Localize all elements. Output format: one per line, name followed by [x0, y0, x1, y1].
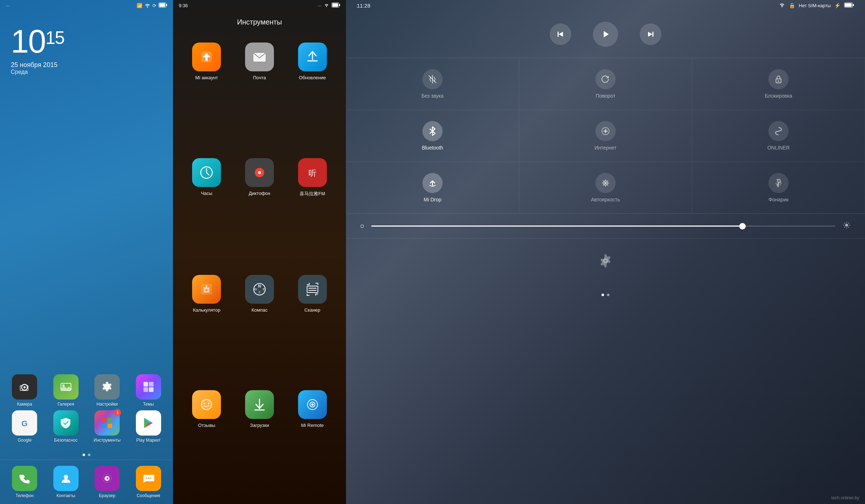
- contacts-label: Контакты: [57, 493, 75, 498]
- calc-icon: [192, 275, 221, 304]
- toggle-autobrightness[interactable]: Автояркость: [519, 162, 692, 214]
- status-bar-2: 9:36 ···: [173, 0, 346, 11]
- app-camera[interactable]: Камера: [6, 374, 44, 407]
- svg-text:W: W: [254, 287, 257, 291]
- status-right: 📶 ⟳: [137, 2, 167, 9]
- svg-point-6: [62, 384, 65, 387]
- tools-icon-bg: 1: [94, 410, 120, 436]
- recorder-icon: [245, 158, 274, 187]
- dot-1: [83, 454, 85, 456]
- app-contacts[interactable]: Контакты: [47, 466, 85, 498]
- drawer-calc[interactable]: Калькулятор: [180, 269, 233, 385]
- wifi-icon: [145, 2, 150, 9]
- drawer-fm[interactable]: 听 喜马拉雅FM: [286, 153, 339, 269]
- app-phone[interactable]: Телефон: [6, 466, 44, 498]
- toggle-rotation[interactable]: Поворот: [519, 58, 692, 110]
- security-label: Безопаснос: [54, 438, 77, 443]
- toggle-silent[interactable]: Без звука: [346, 58, 519, 110]
- drawer-update[interactable]: Обновление: [286, 37, 339, 153]
- app-tools[interactable]: 1 Инструменты: [88, 410, 126, 443]
- clock-section: 1015 25 ноября 2015 Среда: [0, 11, 173, 82]
- drawer-compass[interactable]: N S W E Компас: [233, 269, 286, 385]
- midrop-icon: [422, 173, 443, 193]
- toggle-onliner[interactable]: ONLINER: [692, 110, 865, 162]
- svg-text:E: E: [263, 287, 265, 291]
- toggle-bluetooth[interactable]: Bluetooth: [346, 110, 519, 162]
- onliner-label: ONLINER: [767, 145, 790, 151]
- settings-area: [346, 238, 865, 286]
- media-prev-button[interactable]: [550, 23, 571, 45]
- autobrightness-label: Автояркость: [591, 197, 620, 202]
- media-play-button[interactable]: [593, 22, 618, 47]
- svg-point-30: [258, 171, 261, 174]
- drawer-mail[interactable]: Почта: [233, 37, 286, 153]
- brightness-row: [346, 214, 865, 238]
- app-gallery[interactable]: Галерея: [47, 374, 85, 407]
- rotation-label: Поворот: [596, 93, 616, 99]
- app-playstore[interactable]: Play Маркет: [130, 410, 168, 443]
- svg-rect-7: [143, 382, 148, 387]
- app-security[interactable]: Безопаснос: [47, 410, 85, 443]
- dot-2: [88, 454, 90, 456]
- status3-right: 🔒 Нет SIM-карты ⚡: [779, 3, 854, 9]
- battery-icon-2: [332, 3, 340, 9]
- bluetooth-icon: [422, 121, 443, 141]
- rotation-icon: [595, 69, 616, 89]
- brightness-handle[interactable]: [739, 223, 746, 229]
- signal-dots: ···: [6, 3, 10, 8]
- svg-rect-2: [166, 4, 167, 6]
- app-google[interactable]: G Google: [6, 410, 44, 443]
- svg-text:听: 听: [309, 169, 316, 178]
- svg-point-21: [148, 477, 149, 479]
- svg-rect-55: [603, 130, 608, 132]
- svg-rect-49: [558, 32, 559, 37]
- svg-point-39: [201, 399, 212, 410]
- midrop-label: Mi Drop: [423, 197, 441, 202]
- scanner-label: Сканер: [305, 307, 320, 313]
- svg-rect-47: [845, 3, 852, 7]
- app-settings[interactable]: Настройки: [88, 374, 126, 407]
- toggle-lock[interactable]: Блокировка: [692, 58, 865, 110]
- status2-left: 9:36: [179, 3, 188, 8]
- playstore-icon-bg: [136, 410, 161, 436]
- status-bar-3: 11:28 🔒 Нет SIM-карты ⚡: [346, 0, 865, 11]
- drawer-recorder[interactable]: Диктофон: [233, 153, 286, 269]
- toggle-grid-2: Bluetooth Интернет: [346, 110, 865, 162]
- svg-point-4: [23, 386, 26, 388]
- settings-gear-button[interactable]: [598, 253, 613, 272]
- fm-label: 喜马拉雅FM: [300, 191, 325, 197]
- miaccount-icon: [192, 43, 221, 71]
- drawer-clock[interactable]: Часы: [180, 153, 233, 269]
- svg-rect-1: [159, 3, 165, 7]
- phone-label: Телефон: [15, 493, 34, 498]
- app-themes[interactable]: Темы: [130, 374, 168, 407]
- status2-right: ···: [318, 3, 340, 9]
- wifi-icon-2: [324, 3, 329, 8]
- brightness-slider[interactable]: [371, 226, 835, 227]
- downloads-label: Загрузки: [250, 423, 269, 428]
- toggle-midrop[interactable]: Mi Drop: [346, 162, 519, 214]
- recorder-label: Диктофон: [249, 191, 270, 196]
- brightness-min-icon: [360, 224, 364, 228]
- toggle-internet[interactable]: Интернет: [519, 110, 692, 162]
- charging-icon: ⚡: [834, 3, 840, 8]
- clock-icon: [192, 158, 221, 187]
- app-messages[interactable]: Сообщения: [130, 466, 168, 498]
- drawer-scanner[interactable]: Сканер: [286, 269, 339, 385]
- svg-rect-14: [102, 424, 106, 428]
- silent-icon: [422, 69, 443, 89]
- drawer-miremote[interactable]: Mi Remote: [286, 385, 339, 500]
- update-label: Обновление: [299, 75, 326, 80]
- media-next-button[interactable]: [640, 23, 661, 45]
- drawer-miaccount[interactable]: Mi аккаунт: [180, 37, 233, 153]
- fm-icon: 听: [298, 158, 327, 187]
- bluetooth-label: Bluetooth: [422, 145, 443, 151]
- miaccount-label: Mi аккаунт: [195, 75, 218, 80]
- toggle-flashlight[interactable]: Фонарик: [692, 162, 865, 214]
- drawer-feedback[interactable]: Отзывы: [180, 385, 233, 500]
- app-browser[interactable]: Браузер: [88, 466, 126, 498]
- svg-text:S: S: [258, 290, 261, 294]
- svg-point-58: [845, 224, 848, 227]
- drawer-grid: Mi аккаунт Почта Обновление: [173, 34, 346, 504]
- drawer-downloads[interactable]: Загрузки: [233, 385, 286, 500]
